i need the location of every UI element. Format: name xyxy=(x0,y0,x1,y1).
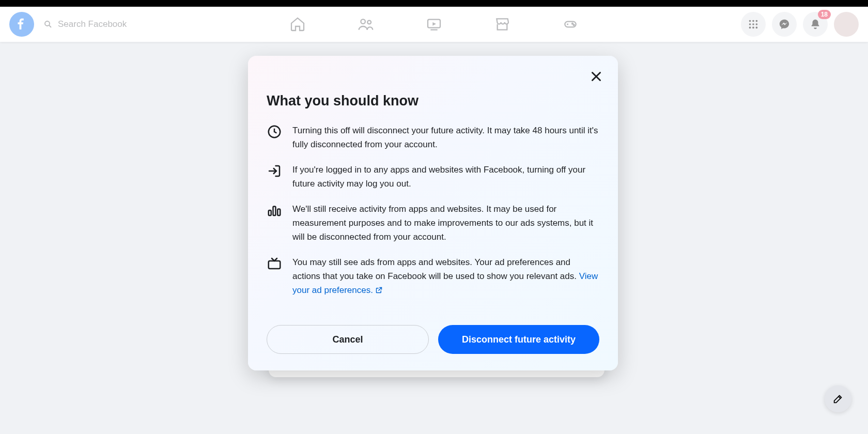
svg-point-9 xyxy=(572,23,573,24)
svg-point-18 xyxy=(752,27,754,29)
svg-rect-26 xyxy=(269,261,281,269)
svg-rect-23 xyxy=(269,210,271,215)
svg-point-16 xyxy=(756,23,758,25)
compose-button[interactable] xyxy=(825,385,851,412)
facebook-logo[interactable] xyxy=(9,12,34,37)
info-item-measurement: We'll still receive activity from apps a… xyxy=(267,202,599,244)
bar-chart-icon xyxy=(267,202,282,244)
svg-line-1 xyxy=(49,25,51,27)
nav-marketplace[interactable] xyxy=(494,16,510,33)
nav-watch[interactable] xyxy=(426,16,442,33)
what-you-should-know-modal: What you should know Turning this off wi… xyxy=(248,56,618,370)
svg-point-11 xyxy=(749,20,751,22)
svg-point-2 xyxy=(361,19,365,24)
svg-point-3 xyxy=(367,21,371,24)
menu-grid-button[interactable] xyxy=(741,12,766,37)
logout-icon xyxy=(267,163,282,191)
profile-avatar[interactable] xyxy=(834,12,859,37)
nav-friends[interactable] xyxy=(358,16,374,33)
svg-point-13 xyxy=(756,20,758,22)
info-item-ads: You may still see ads from apps and webs… xyxy=(267,255,599,297)
notification-badge: 18 xyxy=(818,10,831,19)
info-text: You may still see ads from apps and webs… xyxy=(292,255,599,297)
tv-icon xyxy=(267,255,282,297)
svg-point-15 xyxy=(752,23,754,25)
disconnect-button[interactable]: Disconnect future activity xyxy=(438,325,599,354)
search-placeholder: Search Facebook xyxy=(58,19,127,29)
search-icon xyxy=(43,20,53,29)
svg-point-10 xyxy=(574,24,575,25)
svg-point-12 xyxy=(752,20,754,22)
browser-chrome-top xyxy=(0,0,868,7)
svg-rect-25 xyxy=(277,209,280,216)
close-icon xyxy=(590,70,603,83)
top-nav-bar: Search Facebook 18 xyxy=(0,7,868,42)
svg-point-19 xyxy=(756,27,758,29)
cancel-button[interactable]: Cancel xyxy=(267,325,429,354)
info-item-logout: If you're logged in to any apps and webs… xyxy=(267,163,599,191)
modal-title: What you should know xyxy=(267,93,599,109)
info-text: If you're logged in to any apps and webs… xyxy=(292,163,599,191)
svg-point-0 xyxy=(45,21,50,26)
nav-home[interactable] xyxy=(289,16,306,33)
modal-actions: Cancel Disconnect future activity xyxy=(267,325,599,354)
header-right-actions: 18 xyxy=(741,12,859,37)
close-modal-button[interactable] xyxy=(586,66,607,87)
info-item-time: Turning this off will disconnect your fu… xyxy=(267,123,599,151)
svg-point-17 xyxy=(749,27,751,29)
center-nav xyxy=(289,16,579,33)
external-link-icon xyxy=(375,286,383,294)
info-text: We'll still receive activity from apps a… xyxy=(292,202,599,244)
clock-icon xyxy=(267,123,282,151)
svg-point-14 xyxy=(749,23,751,25)
search-box[interactable]: Search Facebook xyxy=(43,19,127,29)
nav-gaming[interactable] xyxy=(562,16,579,33)
info-text: Turning this off will disconnect your fu… xyxy=(292,123,599,151)
edit-icon xyxy=(832,393,844,405)
messenger-button[interactable] xyxy=(772,12,797,37)
svg-rect-24 xyxy=(273,207,276,216)
